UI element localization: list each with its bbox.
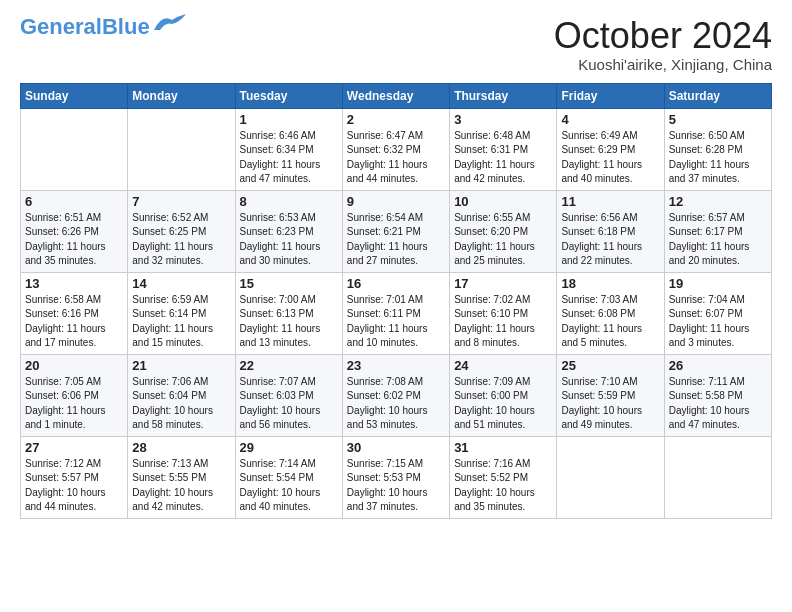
cell-info: Sunrise: 7:07 AM Sunset: 6:03 PM Dayligh… [240,375,338,433]
cell-info: Sunrise: 6:46 AM Sunset: 6:34 PM Dayligh… [240,129,338,187]
day-number: 12 [669,194,767,209]
day-number: 31 [454,440,552,455]
week-row-2: 6Sunrise: 6:51 AM Sunset: 6:26 PM Daylig… [21,190,772,272]
calendar-cell: 14Sunrise: 6:59 AM Sunset: 6:14 PM Dayli… [128,272,235,354]
logo: GeneralBlue [20,16,188,38]
cell-info: Sunrise: 6:52 AM Sunset: 6:25 PM Dayligh… [132,211,230,269]
calendar-cell: 24Sunrise: 7:09 AM Sunset: 6:00 PM Dayli… [450,354,557,436]
day-number: 3 [454,112,552,127]
calendar-table: SundayMondayTuesdayWednesdayThursdayFrid… [20,83,772,519]
cell-info: Sunrise: 6:54 AM Sunset: 6:21 PM Dayligh… [347,211,445,269]
cell-info: Sunrise: 6:57 AM Sunset: 6:17 PM Dayligh… [669,211,767,269]
week-row-5: 27Sunrise: 7:12 AM Sunset: 5:57 PM Dayli… [21,436,772,518]
calendar-cell: 1Sunrise: 6:46 AM Sunset: 6:34 PM Daylig… [235,108,342,190]
weekday-header-friday: Friday [557,83,664,108]
logo-blue: Blue [102,14,150,39]
day-number: 16 [347,276,445,291]
day-number: 29 [240,440,338,455]
cell-info: Sunrise: 7:11 AM Sunset: 5:58 PM Dayligh… [669,375,767,433]
day-number: 23 [347,358,445,373]
calendar-cell: 31Sunrise: 7:16 AM Sunset: 5:52 PM Dayli… [450,436,557,518]
cell-info: Sunrise: 7:06 AM Sunset: 6:04 PM Dayligh… [132,375,230,433]
day-number: 10 [454,194,552,209]
day-number: 4 [561,112,659,127]
day-number: 21 [132,358,230,373]
day-number: 1 [240,112,338,127]
day-number: 17 [454,276,552,291]
day-number: 15 [240,276,338,291]
weekday-header-saturday: Saturday [664,83,771,108]
logo-general: General [20,14,102,39]
cell-info: Sunrise: 7:00 AM Sunset: 6:13 PM Dayligh… [240,293,338,351]
weekday-header-thursday: Thursday [450,83,557,108]
day-number: 24 [454,358,552,373]
calendar-cell: 26Sunrise: 7:11 AM Sunset: 5:58 PM Dayli… [664,354,771,436]
cell-info: Sunrise: 6:50 AM Sunset: 6:28 PM Dayligh… [669,129,767,187]
day-number: 2 [347,112,445,127]
cell-info: Sunrise: 6:51 AM Sunset: 6:26 PM Dayligh… [25,211,123,269]
cell-info: Sunrise: 6:48 AM Sunset: 6:31 PM Dayligh… [454,129,552,187]
month-title: October 2024 [554,16,772,56]
cell-info: Sunrise: 6:47 AM Sunset: 6:32 PM Dayligh… [347,129,445,187]
weekday-header-tuesday: Tuesday [235,83,342,108]
day-number: 8 [240,194,338,209]
cell-info: Sunrise: 7:15 AM Sunset: 5:53 PM Dayligh… [347,457,445,515]
logo-text: GeneralBlue [20,16,150,38]
calendar-cell: 21Sunrise: 7:06 AM Sunset: 6:04 PM Dayli… [128,354,235,436]
cell-info: Sunrise: 6:58 AM Sunset: 6:16 PM Dayligh… [25,293,123,351]
calendar-cell: 12Sunrise: 6:57 AM Sunset: 6:17 PM Dayli… [664,190,771,272]
calendar-cell: 6Sunrise: 6:51 AM Sunset: 6:26 PM Daylig… [21,190,128,272]
day-number: 11 [561,194,659,209]
day-number: 6 [25,194,123,209]
day-number: 27 [25,440,123,455]
day-number: 22 [240,358,338,373]
day-number: 19 [669,276,767,291]
calendar-cell: 27Sunrise: 7:12 AM Sunset: 5:57 PM Dayli… [21,436,128,518]
calendar-cell: 2Sunrise: 6:47 AM Sunset: 6:32 PM Daylig… [342,108,449,190]
weekday-header-wednesday: Wednesday [342,83,449,108]
cell-info: Sunrise: 6:53 AM Sunset: 6:23 PM Dayligh… [240,211,338,269]
cell-info: Sunrise: 7:08 AM Sunset: 6:02 PM Dayligh… [347,375,445,433]
day-number: 13 [25,276,123,291]
day-number: 9 [347,194,445,209]
week-row-1: 1Sunrise: 6:46 AM Sunset: 6:34 PM Daylig… [21,108,772,190]
header: GeneralBlue October 2024 Kuoshi'airike, … [20,16,772,73]
day-number: 5 [669,112,767,127]
cell-info: Sunrise: 7:01 AM Sunset: 6:11 PM Dayligh… [347,293,445,351]
title-block: October 2024 Kuoshi'airike, Xinjiang, Ch… [554,16,772,73]
calendar-cell: 19Sunrise: 7:04 AM Sunset: 6:07 PM Dayli… [664,272,771,354]
calendar-cell: 8Sunrise: 6:53 AM Sunset: 6:23 PM Daylig… [235,190,342,272]
cell-info: Sunrise: 7:05 AM Sunset: 6:06 PM Dayligh… [25,375,123,433]
calendar-cell: 23Sunrise: 7:08 AM Sunset: 6:02 PM Dayli… [342,354,449,436]
cell-info: Sunrise: 6:56 AM Sunset: 6:18 PM Dayligh… [561,211,659,269]
calendar-cell: 20Sunrise: 7:05 AM Sunset: 6:06 PM Dayli… [21,354,128,436]
week-row-4: 20Sunrise: 7:05 AM Sunset: 6:06 PM Dayli… [21,354,772,436]
week-row-3: 13Sunrise: 6:58 AM Sunset: 6:16 PM Dayli… [21,272,772,354]
calendar-cell: 17Sunrise: 7:02 AM Sunset: 6:10 PM Dayli… [450,272,557,354]
calendar-cell: 28Sunrise: 7:13 AM Sunset: 5:55 PM Dayli… [128,436,235,518]
calendar-cell: 10Sunrise: 6:55 AM Sunset: 6:20 PM Dayli… [450,190,557,272]
day-number: 25 [561,358,659,373]
cell-info: Sunrise: 7:10 AM Sunset: 5:59 PM Dayligh… [561,375,659,433]
day-number: 30 [347,440,445,455]
calendar-cell: 5Sunrise: 6:50 AM Sunset: 6:28 PM Daylig… [664,108,771,190]
calendar-cell: 18Sunrise: 7:03 AM Sunset: 6:08 PM Dayli… [557,272,664,354]
day-number: 26 [669,358,767,373]
day-number: 14 [132,276,230,291]
calendar-cell: 4Sunrise: 6:49 AM Sunset: 6:29 PM Daylig… [557,108,664,190]
cell-info: Sunrise: 7:03 AM Sunset: 6:08 PM Dayligh… [561,293,659,351]
calendar-cell [557,436,664,518]
cell-info: Sunrise: 7:04 AM Sunset: 6:07 PM Dayligh… [669,293,767,351]
day-number: 28 [132,440,230,455]
calendar-cell: 11Sunrise: 6:56 AM Sunset: 6:18 PM Dayli… [557,190,664,272]
calendar-cell [664,436,771,518]
cell-info: Sunrise: 7:12 AM Sunset: 5:57 PM Dayligh… [25,457,123,515]
calendar-cell: 3Sunrise: 6:48 AM Sunset: 6:31 PM Daylig… [450,108,557,190]
location: Kuoshi'airike, Xinjiang, China [554,56,772,73]
weekday-header-row: SundayMondayTuesdayWednesdayThursdayFrid… [21,83,772,108]
cell-info: Sunrise: 7:13 AM Sunset: 5:55 PM Dayligh… [132,457,230,515]
page: GeneralBlue October 2024 Kuoshi'airike, … [0,0,792,612]
calendar-cell [21,108,128,190]
weekday-header-sunday: Sunday [21,83,128,108]
cell-info: Sunrise: 7:16 AM Sunset: 5:52 PM Dayligh… [454,457,552,515]
